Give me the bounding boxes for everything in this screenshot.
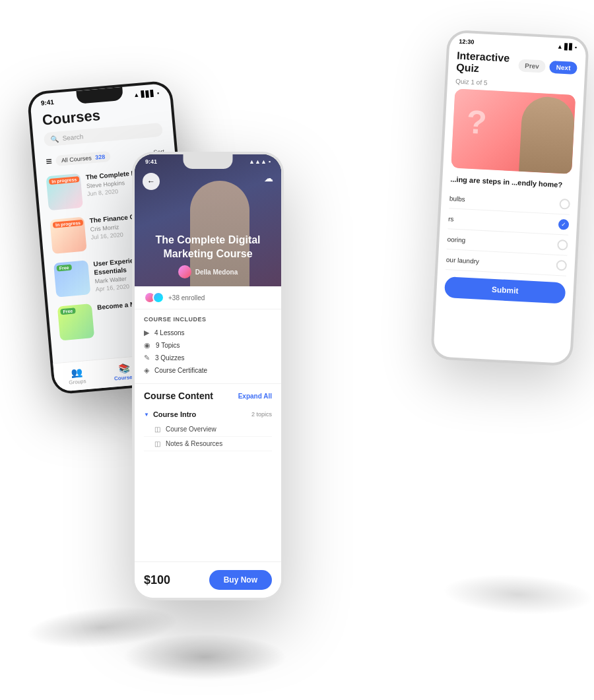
course-content-section: Course Content Expand All ▼ Course Intro… [135,384,281,462]
shadow-mid [122,634,287,680]
cloud-icon[interactable]: ☁ [264,173,273,183]
battery-mid: ▪ [269,158,271,165]
option-text-2: rs [448,215,454,222]
section-header[interactable]: ▼ Course Intro 2 topics [144,406,272,422]
nav-groups[interactable]: 👥 Groups [67,366,86,385]
time-right: 12:30 [459,38,475,46]
expand-all-button[interactable]: Expand All [238,393,272,400]
back-button[interactable]: ← [143,173,160,190]
signal-right: ▋▋ [564,44,574,51]
lesson-item-2[interactable]: ◫ Notes & Resources [144,437,272,451]
topics-text: 9 Topics [156,342,180,349]
option-radio-3[interactable] [557,239,568,251]
lessons-icon: ▶ [144,329,149,337]
all-courses-badge[interactable]: All Courses 328 [55,151,111,166]
enrolled-text: +38 enrolled [168,294,205,302]
progress-badge-2: In progress [53,220,84,228]
free-badge-4: Free [60,307,75,315]
hero-title: The Complete Digital Marketing Course [143,234,273,261]
lesson-name-1: Course Overview [166,426,216,433]
progress-badge-1: In progress [49,176,80,185]
course-includes: COURSE INCLUDES ▶ 4 Lessons ◉ 9 Topics ✎… [135,309,281,384]
quiz-image: ? [451,88,576,174]
lesson-item-1[interactable]: ◫ Course Overview [144,422,272,437]
enrolled-row: +38 enrolled [135,286,281,309]
search-icon: 🔍 [50,135,59,143]
lesson-icon-2: ◫ [154,440,160,447]
quizzes-text: 3 Quizzes [155,354,184,362]
wifi-right: ▲ [557,43,563,49]
course-hero: ← ☁ 9:41 ▲▲▲ ▪ The Complete Digital Mark… [135,154,281,286]
section-arrow-icon: ▼ [144,412,149,418]
option-text-4: our laundry [446,256,480,265]
price-label: $100 [144,573,170,587]
shadow-right [442,571,594,618]
quiz-nav-buttons: Prev Next [518,59,578,75]
app-scene: 9:41 ▲ ▋▋▋ ▪ Courses 🔍 Search ≡ All Cour… [0,0,594,700]
include-lessons: ▶ 4 Lessons [144,327,272,339]
enrolled-avatar-2 [152,292,164,303]
status-icons-right: ▲ ▋▋ ▪ [557,43,578,51]
buy-now-button[interactable]: Buy Now [209,570,272,590]
content-title: Course Content [144,391,213,401]
quiz-options: bulbs rs ooring our laundry [438,188,578,277]
includes-title: COURSE INCLUDES [144,316,272,323]
option-radio-2[interactable] [558,219,570,230]
content-header: Course Content Expand All [144,391,272,401]
bottom-buy-bar: $100 Buy Now [135,561,281,598]
status-icons-left: ▲ ▋▋▋ ▪ [133,89,160,98]
include-topics: ◉ 9 Topics [144,339,272,352]
topics-icon: ◉ [144,341,150,350]
phone-mid: ← ☁ 9:41 ▲▲▲ ▪ The Complete Digital Mark… [132,152,284,600]
signal-icon: ▋▋▋ [141,90,156,98]
status-icons-mid: ▲▲▲ ▪ [249,158,271,165]
time-mid: 9:41 [145,158,157,165]
enrolled-avatars [144,292,164,303]
include-quizzes: ✎ 3 Quizzes [144,352,272,364]
quiz-person [519,96,576,174]
author-avatar [178,265,191,278]
quiz-title: Interactive Quiz [456,50,519,77]
course-intro-section: ▼ Course Intro 2 topics ◫ Course Overvie… [144,406,272,451]
wifi-icon: ▲ [133,91,140,98]
course-thumb-3: Free [53,260,90,297]
hero-content: The Complete Digital Marketing Course De… [143,234,273,278]
course-thumb-1: In progress [46,174,83,210]
author-name: Della Medona [195,269,238,276]
option-radio-4[interactable] [556,260,567,271]
search-placeholder: Search [62,133,84,142]
filter-icon: ≡ [46,156,53,168]
option-text-3: ooring [447,236,465,243]
next-button[interactable]: Next [549,60,578,74]
include-certificate: ◈ Course Certificate [144,364,272,377]
battery-icon: ▪ [157,89,160,96]
section-topics: 2 topics [251,411,272,418]
option-radio-1[interactable] [559,199,570,210]
free-badge-3: Free [56,265,71,272]
lesson-icon-1: ◫ [154,426,160,433]
lesson-name-2: Notes & Resources [166,440,222,447]
course-thumb-4: Free [57,303,94,340]
notch-mid [183,154,233,169]
question-mark-icon: ? [465,102,488,142]
groups-icon: 👥 [71,367,82,378]
option-text-1: bulbs [449,195,465,203]
quizzes-icon: ✎ [144,354,150,362]
lessons-text: 4 Lessons [154,329,185,336]
section-left: ▼ Course Intro [144,410,196,418]
section-name: Course Intro [153,410,196,418]
submit-button[interactable]: Submit [444,276,566,304]
prev-button[interactable]: Prev [518,59,546,73]
certificate-text: Course Certificate [154,367,207,374]
certificate-icon: ◈ [144,366,149,375]
nav-groups-label: Groups [69,378,86,385]
course-thumb-2: In progress [50,217,86,254]
hero-author: Della Medona [143,265,273,278]
time-left: 9:41 [40,98,54,107]
battery-right: ▪ [575,44,578,51]
phone-right: 12:30 ▲ ▋▋ ▪ Interactive Quiz Prev Next … [430,30,589,367]
signal-mid: ▲▲▲ [249,158,267,165]
courses-icon: 📚 [118,362,130,373]
